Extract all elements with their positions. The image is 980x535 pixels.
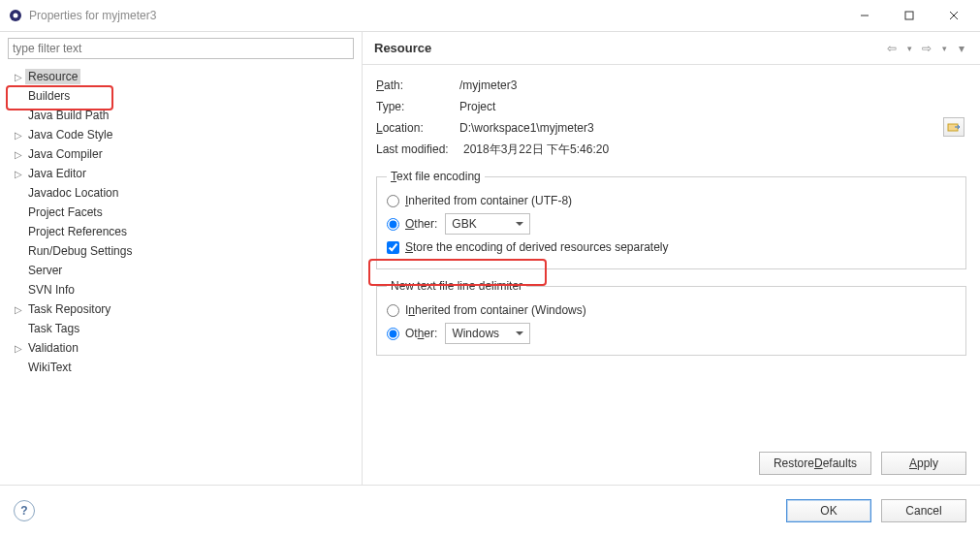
type-label: Type: <box>376 100 459 113</box>
path-label: Path: <box>376 79 459 92</box>
delimiter-other-radio[interactable] <box>387 328 399 340</box>
browse-location-button[interactable] <box>943 117 964 137</box>
expand-icon[interactable]: ▷ <box>12 343 25 354</box>
minimize-button[interactable] <box>842 0 887 31</box>
lastmod-label: Last modified: <box>376 142 463 156</box>
tree-item-java-build-path[interactable]: Java Build Path <box>6 106 356 125</box>
help-button[interactable]: ? <box>14 500 35 521</box>
tree-item-project-references[interactable]: Project References <box>6 222 356 241</box>
forward-icon[interactable]: ⇨ <box>918 42 935 55</box>
tree-item-java-editor[interactable]: ▷Java Editor <box>6 164 356 183</box>
location-value: D:\workspace1\myjmeter3 <box>459 121 594 135</box>
type-value: Project <box>459 100 495 113</box>
tree-item-wikitext[interactable]: WikiText <box>6 358 356 377</box>
app-icon <box>8 8 23 23</box>
tree-item-label: Task Tags <box>25 321 82 336</box>
encoding-inherited-label: Inherited from container (UTF-8) <box>405 194 572 207</box>
tree-item-label: Java Code Style <box>25 127 115 142</box>
path-value: /myjmeter3 <box>459 79 517 92</box>
delimiter-group-label: New text file line delimiter <box>387 279 526 293</box>
chevron-down-icon[interactable]: ▾ <box>935 44 953 53</box>
tree-item-label: Javadoc Location <box>25 185 121 201</box>
expand-icon[interactable]: ▷ <box>12 304 25 315</box>
tree-item-svn-info[interactable]: SVN Info <box>6 280 356 299</box>
menu-icon[interactable]: ▾ <box>953 42 970 55</box>
delimiter-inherited-label: Inherited from container (Windows) <box>405 303 586 317</box>
tree-item-run-debug-settings[interactable]: Run/Debug Settings <box>6 241 356 261</box>
tree-item-label: Project References <box>25 224 130 239</box>
svg-point-1 <box>14 14 18 18</box>
tree-item-server[interactable]: Server <box>6 261 356 280</box>
tree-item-label: Java Compiler <box>25 146 106 162</box>
categories-tree[interactable]: ▷ResourceBuildersJava Build Path▷Java Co… <box>0 65 362 485</box>
tree-item-label: Java Build Path <box>25 108 111 123</box>
tree-item-label: Java Editor <box>25 166 89 181</box>
delimiter-other-label: Other: <box>405 327 437 340</box>
encoding-other-value: GBK <box>452 217 476 231</box>
back-icon[interactable]: ⇦ <box>883 42 901 55</box>
tree-item-label: Run/Debug Settings <box>25 243 135 259</box>
tree-item-java-code-style[interactable]: ▷Java Code Style <box>6 125 356 144</box>
window-title: Properties for myjmeter3 <box>29 9 842 22</box>
tree-item-javadoc-location[interactable]: Javadoc Location <box>6 183 356 203</box>
encoding-other-combo[interactable]: GBK <box>445 213 530 235</box>
dialog-footer: ? OK Cancel <box>0 485 980 535</box>
lastmod-value: 2018年3月22日 下午5:46:20 <box>463 142 609 158</box>
chevron-down-icon[interactable]: ▾ <box>901 44 918 53</box>
tree-item-label: Task Repository <box>25 301 113 317</box>
tree-item-label: Builders <box>25 88 73 104</box>
content-header: Resource ⇦ ▾ ⇨ ▾ ▾ <box>363 32 980 65</box>
tree-item-validation[interactable]: ▷Validation <box>6 338 356 358</box>
tree-item-label: SVN Info <box>25 282 78 298</box>
svg-rect-3 <box>905 12 913 19</box>
encoding-other-radio[interactable] <box>387 218 399 231</box>
store-derived-label: Store the encoding of derived resources … <box>405 240 669 254</box>
content-panel: Resource ⇦ ▾ ⇨ ▾ ▾ Path:/myjmeter3 Type:… <box>363 32 980 485</box>
delimiter-group: New text file line delimiter Inherited f… <box>376 279 966 356</box>
ok-button[interactable]: OK <box>786 499 871 522</box>
tree-item-project-facets[interactable]: Project Facets <box>6 203 356 222</box>
tree-item-label: Server <box>25 263 65 278</box>
tree-item-task-repository[interactable]: ▷Task Repository <box>6 299 356 319</box>
expand-icon[interactable]: ▷ <box>12 149 25 160</box>
delimiter-inherited-radio[interactable] <box>387 304 399 317</box>
delimiter-other-combo[interactable]: Windows <box>445 323 530 344</box>
tree-item-builders[interactable]: Builders <box>6 86 356 106</box>
cancel-button[interactable]: Cancel <box>881 499 966 522</box>
folder-go-icon <box>947 121 961 133</box>
tree-item-label: Resource <box>25 69 80 84</box>
expand-icon[interactable]: ▷ <box>12 130 25 141</box>
store-derived-checkbox[interactable] <box>387 241 399 254</box>
tree-item-label: Validation <box>25 340 81 356</box>
encoding-inherited-radio[interactable] <box>387 195 399 207</box>
left-panel: ▷ResourceBuildersJava Build Path▷Java Co… <box>0 32 363 485</box>
apply-button[interactable]: Apply <box>881 452 966 475</box>
encoding-group: Text file encoding Inherited from contai… <box>376 170 966 269</box>
expand-icon[interactable]: ▷ <box>12 72 25 82</box>
tree-item-resource[interactable]: ▷Resource <box>6 67 356 86</box>
delimiter-other-value: Windows <box>452 327 499 340</box>
window-titlebar: Properties for myjmeter3 <box>0 0 980 31</box>
restore-defaults-button[interactable]: Restore Defaults <box>759 452 871 475</box>
location-label: Location: <box>376 121 459 135</box>
filter-input[interactable] <box>8 38 354 59</box>
page-title: Resource <box>374 41 883 55</box>
maximize-button[interactable] <box>887 0 932 31</box>
tree-item-task-tags[interactable]: Task Tags <box>6 319 356 338</box>
expand-icon[interactable]: ▷ <box>12 169 25 179</box>
encoding-group-label: Text file encoding <box>387 170 485 183</box>
tree-item-label: WikiText <box>25 360 75 375</box>
page-buttons: Restore Defaults Apply <box>363 442 980 485</box>
tree-item-label: Project Facets <box>25 205 106 220</box>
close-button[interactable] <box>932 0 976 31</box>
encoding-other-label: Other: <box>405 217 437 231</box>
tree-item-java-compiler[interactable]: ▷Java Compiler <box>6 144 356 164</box>
